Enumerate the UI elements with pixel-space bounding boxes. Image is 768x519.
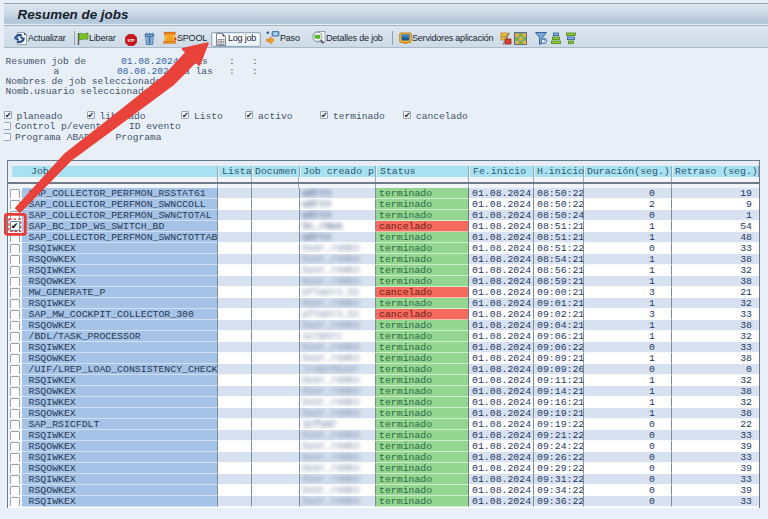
svg-text:STP: STP	[128, 39, 136, 43]
svg-text:?: ?	[542, 38, 545, 44]
